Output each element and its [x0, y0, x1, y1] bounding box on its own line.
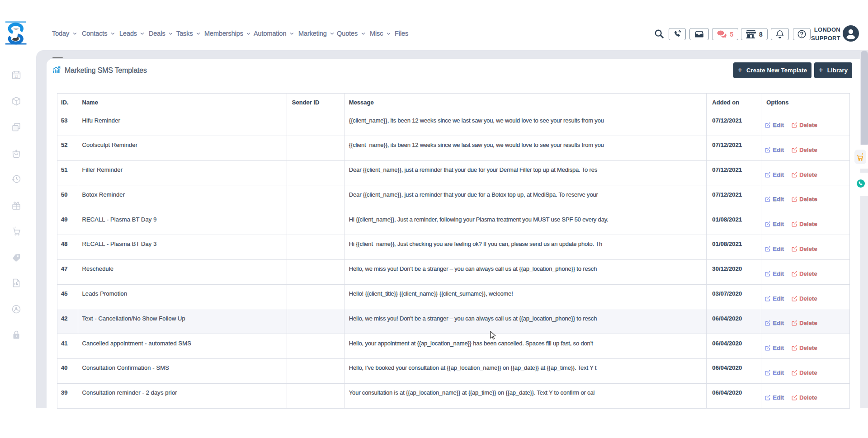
svg-text:12: 12 — [14, 75, 18, 79]
